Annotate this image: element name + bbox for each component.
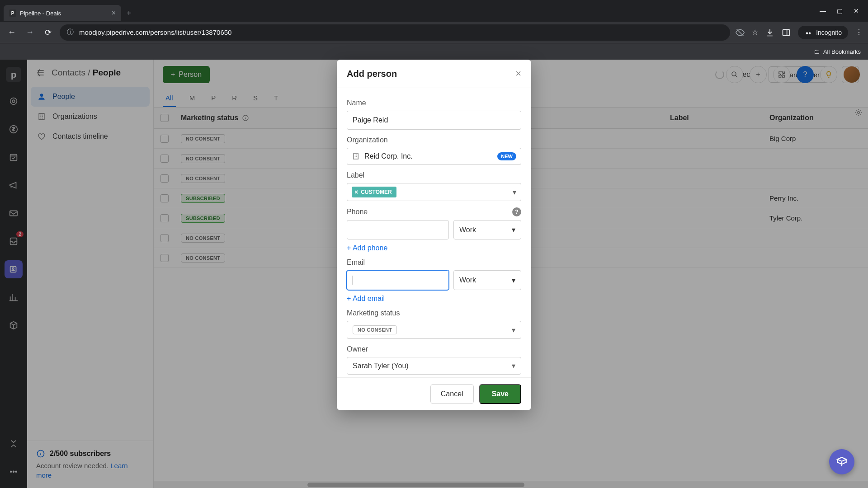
- label-select[interactable]: ×CUSTOMER ▾: [347, 183, 521, 201]
- row-org: Tyler Corp.: [764, 211, 868, 225]
- app-logo[interactable]: p: [6, 67, 21, 82]
- rail-inbox-icon[interactable]: 2: [5, 232, 23, 250]
- alpha-tab-s[interactable]: S: [250, 89, 260, 107]
- table-settings-icon[interactable]: [854, 108, 863, 117]
- rail-apps-icon[interactable]: [5, 435, 23, 453]
- owner-select[interactable]: Sarah Tyler (You) ▾: [347, 357, 521, 375]
- help-fab[interactable]: [829, 449, 854, 474]
- downloads-icon[interactable]: [765, 28, 774, 37]
- add-person-label: Person: [179, 70, 202, 79]
- col-marketing-status[interactable]: Marketing status: [175, 108, 288, 128]
- rail-more-icon[interactable]: •••: [5, 463, 23, 481]
- rail-dollar-icon[interactable]: [5, 120, 23, 138]
- organization-input[interactable]: Reid Corp. Inc. NEW: [347, 148, 521, 165]
- tab-close-icon[interactable]: ×: [112, 9, 116, 17]
- help-icon[interactable]: ?: [512, 207, 521, 216]
- row-checkbox[interactable]: [160, 254, 169, 262]
- alpha-tab-p[interactable]: P: [208, 89, 218, 107]
- modal-close-button[interactable]: ×: [515, 68, 521, 80]
- new-tab-button[interactable]: +: [127, 9, 132, 18]
- all-bookmarks-link[interactable]: All Bookmarks: [823, 48, 861, 55]
- row-checkbox[interactable]: [160, 234, 169, 242]
- alpha-tab-m[interactable]: M: [187, 89, 198, 107]
- save-button[interactable]: Save: [479, 384, 521, 404]
- remove-chip-icon[interactable]: ×: [354, 188, 358, 196]
- reload-button[interactable]: ⟳: [42, 26, 54, 39]
- alpha-tab-r[interactable]: R: [229, 89, 240, 107]
- user-avatar[interactable]: [844, 66, 860, 83]
- row-checkbox[interactable]: [160, 174, 169, 183]
- sidepanel-icon[interactable]: [782, 28, 791, 37]
- rail-calendar-icon[interactable]: [5, 148, 23, 166]
- horizontal-scrollbar[interactable]: [154, 481, 868, 488]
- svg-rect-8: [10, 155, 17, 161]
- chevron-down-icon: ▾: [512, 225, 515, 234]
- info-icon[interactable]: [242, 114, 249, 122]
- eye-off-icon[interactable]: [736, 28, 745, 37]
- close-window-icon[interactable]: ✕: [854, 7, 859, 14]
- email-type-select[interactable]: Work▾: [453, 270, 521, 290]
- incognito-badge[interactable]: Incognito: [798, 26, 848, 39]
- row-org: [764, 254, 868, 262]
- col-label[interactable]: Label: [665, 108, 764, 128]
- add-person-button[interactable]: + Person: [163, 66, 210, 83]
- name-input[interactable]: [347, 111, 521, 130]
- rail-contacts-icon[interactable]: [5, 260, 23, 278]
- phone-type-select[interactable]: Work▾: [453, 220, 521, 239]
- status-chip: NO CONSENT: [181, 174, 225, 183]
- minimize-icon[interactable]: —: [820, 7, 826, 14]
- sidebar: Contacts / People People Organizations C…: [27, 60, 154, 488]
- row-checkbox[interactable]: [160, 155, 169, 163]
- status-chip: SUBSCRIBED: [181, 194, 225, 203]
- row-label: [665, 175, 764, 182]
- marketing-status-select[interactable]: NO CONSENT ▾: [347, 321, 521, 339]
- add-button[interactable]: +: [750, 66, 767, 83]
- help-button[interactable]: ?: [797, 66, 814, 83]
- row-label: [665, 215, 764, 222]
- collapse-sidebar-icon[interactable]: [36, 68, 45, 77]
- row-org: [764, 175, 868, 182]
- email-input[interactable]: [347, 270, 449, 290]
- browser-toolbar: ← → ⟳ ⓘ moodjoy.pipedrive.com/persons/li…: [0, 22, 868, 43]
- rail-target-icon[interactable]: [5, 92, 23, 110]
- site-info-icon[interactable]: ⓘ: [67, 28, 74, 37]
- row-label: [665, 254, 764, 262]
- bookmark-star-icon[interactable]: ☆: [752, 28, 758, 37]
- browser-tab[interactable]: P Pipeline - Deals ×: [4, 5, 121, 21]
- cancel-button[interactable]: Cancel: [430, 384, 474, 404]
- lightbulb-icon[interactable]: [820, 66, 837, 83]
- rail-megaphone-icon[interactable]: [5, 176, 23, 194]
- rail-mail-icon[interactable]: [5, 204, 23, 222]
- row-label: [665, 155, 764, 162]
- sidebar-item-people[interactable]: People: [31, 87, 150, 107]
- rail-box-icon[interactable]: [5, 316, 23, 334]
- row-checkbox[interactable]: [160, 214, 169, 222]
- col-organization[interactable]: Organization: [764, 108, 868, 128]
- search-button[interactable]: [726, 66, 743, 83]
- row-checkbox[interactable]: [160, 135, 169, 143]
- breadcrumb-current: People: [93, 68, 121, 77]
- row-checkbox[interactable]: [160, 194, 169, 202]
- modal-title: Add person: [347, 69, 397, 79]
- phone-input[interactable]: [347, 220, 449, 239]
- add-email-link[interactable]: + Add email: [347, 295, 385, 303]
- sidebar-item-label: People: [52, 93, 75, 101]
- rail-chart-icon[interactable]: [5, 288, 23, 306]
- svg-rect-1: [783, 29, 790, 35]
- chevron-down-icon: ▾: [513, 188, 516, 197]
- label-chip-customer[interactable]: ×CUSTOMER: [352, 187, 396, 197]
- breadcrumb-parent[interactable]: Contacts: [52, 68, 85, 77]
- add-phone-link[interactable]: + Add phone: [347, 244, 387, 252]
- sidebar-item-organizations[interactable]: Organizations: [31, 107, 150, 127]
- maximize-icon[interactable]: ▢: [837, 7, 843, 14]
- extension-icon[interactable]: [773, 66, 790, 83]
- alpha-tab-all[interactable]: All: [163, 89, 176, 107]
- alpha-tab-t[interactable]: T: [271, 89, 281, 107]
- svg-rect-9: [10, 211, 18, 216]
- back-button[interactable]: ←: [5, 26, 18, 39]
- address-bar[interactable]: ⓘ moodjoy.pipedrive.com/persons/list/use…: [60, 24, 730, 41]
- select-all-checkbox[interactable]: [160, 114, 169, 122]
- browser-menu-icon[interactable]: ⋮: [855, 28, 863, 37]
- sidebar-item-timeline[interactable]: Contacts timeline: [31, 127, 150, 146]
- sidebar-item-label: Organizations: [52, 113, 97, 121]
